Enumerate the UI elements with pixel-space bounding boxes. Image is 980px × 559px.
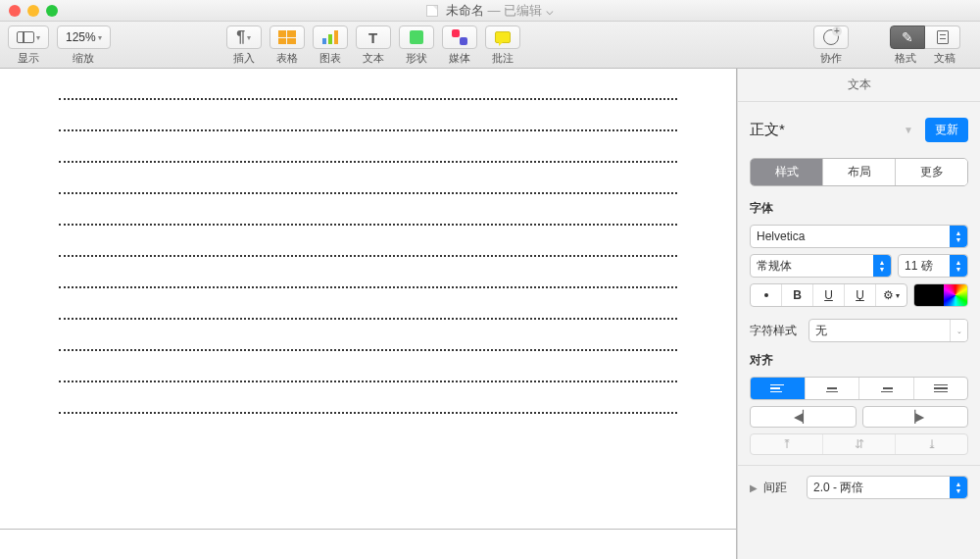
char-style-value: 无 <box>815 323 827 339</box>
gear-icon: ⚙︎ <box>883 288 894 302</box>
zoom-value: 125% <box>66 30 96 44</box>
valign-middle-button[interactable]: ⇵ <box>822 434 895 454</box>
dotted-line <box>59 243 677 257</box>
text-format-bar: B U U ⚙︎▾ <box>750 283 907 307</box>
dotted-line <box>59 275 677 288</box>
advanced-options-button[interactable]: ⚙︎▾ <box>875 284 906 306</box>
char-style-select[interactable]: 无 ⌄ <box>808 319 968 342</box>
stepper-icon: ▲▼ <box>873 255 891 277</box>
collaborate-icon <box>823 29 839 45</box>
media-button[interactable] <box>442 25 477 49</box>
textbox-button[interactable]: T <box>356 25 391 49</box>
table-label: 表格 <box>276 51 298 66</box>
comment-button[interactable] <box>485 25 520 49</box>
window-title: 未命名 — 已编辑 ⌵ <box>0 2 980 20</box>
align-justify-button[interactable] <box>913 378 968 399</box>
seg-style[interactable]: 样式 <box>751 159 822 185</box>
paragraph-icon: ¶ <box>236 28 245 46</box>
chevron-down-icon[interactable]: ▼ <box>904 125 913 135</box>
dotted-line <box>59 212 677 226</box>
chart-icon <box>322 30 338 44</box>
insert-button[interactable]: ¶▾ <box>226 25 262 49</box>
content-area: 文本 正文* ▼ 更新 样式 布局 更多 字体 Helvetica ▲▼ 常规体… <box>0 69 980 559</box>
disclosure-triangle-icon[interactable]: ▶ <box>750 483 758 493</box>
horizontal-align-segmented <box>750 377 968 400</box>
document-name: 未命名 <box>446 3 484 18</box>
comment-label: 批注 <box>492 51 514 66</box>
valign-bottom-button[interactable]: ⤓ <box>895 434 967 454</box>
format-inspector-button[interactable]: ✎ <box>890 25 925 49</box>
align-center-button[interactable] <box>805 378 859 399</box>
increase-indent-button[interactable]: ▕▶ <box>862 406 969 428</box>
dotted-line <box>59 337 677 351</box>
font-family-value: Helvetica <box>757 229 805 243</box>
dotted-line <box>59 369 677 382</box>
chevron-icon: ⌄ <box>950 320 967 341</box>
comment-icon <box>495 31 511 43</box>
font-size-value: 11 磅 <box>905 258 933 275</box>
document-status: 已编辑 <box>504 3 542 18</box>
color-wheel-icon[interactable] <box>944 284 967 306</box>
update-style-button[interactable]: 更新 <box>925 118 968 142</box>
line-spacing-value: 2.0 - 两倍 <box>813 480 863 496</box>
seg-layout[interactable]: 布局 <box>822 159 895 185</box>
dotted-line <box>59 86 677 100</box>
double-underline-button[interactable]: U <box>844 284 875 306</box>
format-sidebar: 文本 正文* ▼ 更新 样式 布局 更多 字体 Helvetica ▲▼ 常规体… <box>737 69 980 559</box>
valign-top-button[interactable]: ⤒ <box>751 434 822 454</box>
chart-button[interactable] <box>313 25 348 49</box>
line-spacing-select[interactable]: 2.0 - 两倍 ▲▼ <box>807 476 968 499</box>
stepper-icon: ▲▼ <box>950 255 967 277</box>
color-swatch <box>914 284 944 306</box>
format-label: 格式 <box>886 51 925 66</box>
document-canvas[interactable] <box>0 69 737 559</box>
chart-label: 图表 <box>319 51 341 66</box>
dotted-line <box>59 149 677 163</box>
char-style-label: 字符样式 <box>750 323 808 339</box>
dotted-line <box>59 400 677 414</box>
dotted-line <box>59 180 677 194</box>
collaborate-label: 协作 <box>820 51 842 66</box>
bullet-button[interactable] <box>751 284 781 306</box>
font-style-select[interactable]: 常规体 ▲▼ <box>750 254 892 278</box>
zoom-label: 缩放 <box>73 51 94 66</box>
text-color-picker[interactable] <box>913 283 968 307</box>
inspector-segmented: 样式 布局 更多 <box>750 158 968 186</box>
font-style-value: 常规体 <box>757 258 792 275</box>
font-size-field[interactable]: 11 磅 ▲▼ <box>898 254 968 278</box>
collaborate-button[interactable] <box>813 25 849 49</box>
align-left-button[interactable] <box>751 378 805 399</box>
insert-label: 插入 <box>233 51 255 66</box>
zoom-button[interactable]: 125%▾ <box>57 25 111 49</box>
shape-label: 形状 <box>406 51 427 66</box>
toolbar: ▾ 显示 125%▾ 缩放 ¶▾ 插入 表格 图表 T 文本 形状 媒体 批注 … <box>0 22 980 69</box>
view-icon <box>17 31 34 43</box>
bold-button[interactable]: B <box>781 284 812 306</box>
underline-button[interactable]: U <box>812 284 844 306</box>
align-section-title: 对齐 <box>750 352 968 369</box>
title-dropdown-icon[interactable]: ⌵ <box>546 3 554 18</box>
view-button[interactable]: ▾ <box>8 25 49 49</box>
text-icon: T <box>368 29 377 46</box>
document-pane-icon <box>937 30 949 44</box>
sidebar-tab-text[interactable]: 文本 <box>738 69 980 102</box>
stepper-icon: ▲▼ <box>950 477 967 498</box>
shape-icon <box>410 30 423 44</box>
window-titlebar: 未命名 — 已编辑 ⌵ <box>0 0 980 22</box>
document-label: 文稿 <box>925 51 964 66</box>
document-inspector-button[interactable] <box>925 25 960 49</box>
spacing-label: 间距 <box>763 480 787 496</box>
font-family-select[interactable]: Helvetica ▲▼ <box>750 225 968 248</box>
vertical-align-segmented: ⤒ ⇵ ⤓ <box>750 433 968 455</box>
paragraph-style-name[interactable]: 正文* <box>750 121 904 139</box>
seg-more[interactable]: 更多 <box>895 159 967 185</box>
decrease-indent-button[interactable]: ◀▏ <box>750 406 857 428</box>
textbox-label: 文本 <box>363 51 384 66</box>
align-right-button[interactable] <box>858 378 913 399</box>
media-label: 媒体 <box>449 51 470 66</box>
shape-button[interactable] <box>399 25 434 49</box>
table-button[interactable] <box>270 25 305 49</box>
brush-icon: ✎ <box>902 29 913 45</box>
table-icon <box>278 30 296 44</box>
media-icon <box>452 29 467 45</box>
